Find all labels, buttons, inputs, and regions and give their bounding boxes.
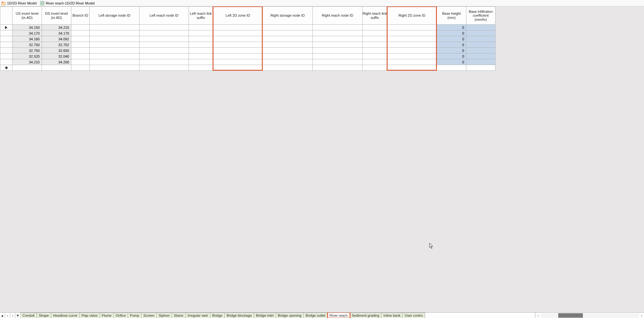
col-header[interactable]: Base infiltration coefficient (mm/hr) xyxy=(466,7,495,25)
cell[interactable]: 34.160 xyxy=(12,36,42,42)
cell[interactable]: 34.193 xyxy=(12,25,42,30)
cell[interactable] xyxy=(189,30,213,36)
tab-river-reach[interactable]: River reach xyxy=(328,313,350,318)
cell[interactable] xyxy=(213,42,263,48)
cell[interactable] xyxy=(387,30,437,36)
cell[interactable] xyxy=(12,65,42,71)
tab-bridge-blockage[interactable]: Bridge blockage xyxy=(225,313,254,318)
cell[interactable]: 32.762 xyxy=(42,42,71,48)
cell[interactable] xyxy=(140,65,189,71)
cell[interactable]: 34.200 xyxy=(42,59,71,65)
col-header[interactable]: Right 2D zone ID xyxy=(387,7,437,25)
cell[interactable] xyxy=(213,65,263,71)
cell[interactable] xyxy=(313,25,363,30)
cell[interactable] xyxy=(71,65,90,71)
cell[interactable]: 34.210 xyxy=(12,59,42,65)
table-row[interactable]: 32.75032.7620 xyxy=(0,42,495,48)
tab-conduit[interactable]: Conduit xyxy=(20,313,37,318)
cell[interactable] xyxy=(466,30,495,36)
cell[interactable]: 32.750 xyxy=(12,42,42,48)
cell[interactable] xyxy=(263,30,313,36)
scroll-track[interactable] xyxy=(541,313,639,318)
tab-pump[interactable]: Pump xyxy=(128,313,141,318)
cell[interactable] xyxy=(71,36,90,42)
cell[interactable] xyxy=(90,30,140,36)
cell[interactable]: 0 xyxy=(437,59,466,65)
cell[interactable] xyxy=(213,48,263,53)
cell[interactable] xyxy=(363,59,387,65)
cell[interactable] xyxy=(363,48,387,53)
cell[interactable] xyxy=(363,53,387,59)
cell[interactable] xyxy=(387,59,437,65)
cell[interactable] xyxy=(140,48,189,53)
table-row[interactable]: 34.17034.1700 xyxy=(0,30,495,36)
cell[interactable] xyxy=(363,30,387,36)
cell[interactable]: 32.520 xyxy=(12,53,42,59)
cell[interactable] xyxy=(466,42,495,48)
tab-headloss-curve[interactable]: Headloss curve xyxy=(51,313,80,318)
cell[interactable] xyxy=(363,42,387,48)
cell[interactable] xyxy=(189,25,213,30)
scroll-right-button[interactable]: › xyxy=(639,314,644,317)
row-header[interactable] xyxy=(0,25,12,30)
cell[interactable] xyxy=(263,59,313,65)
cell[interactable] xyxy=(140,25,189,30)
cell[interactable]: 34.092 xyxy=(42,36,71,42)
cell[interactable] xyxy=(363,25,387,30)
cell[interactable] xyxy=(263,25,313,30)
col-header[interactable]: Right reach node ID xyxy=(313,7,363,25)
cell[interactable] xyxy=(466,36,495,42)
cell[interactable] xyxy=(313,65,363,71)
cell[interactable] xyxy=(213,53,263,59)
cell[interactable]: 0 xyxy=(437,53,466,59)
cell[interactable] xyxy=(263,42,313,48)
cell[interactable]: 0 xyxy=(437,48,466,53)
table-row[interactable]: 32.75032.6500 xyxy=(0,48,495,53)
tab-bridge-opening[interactable]: Bridge opening xyxy=(276,313,304,318)
tab-shape[interactable]: Shape xyxy=(37,313,51,318)
cell[interactable] xyxy=(466,25,495,30)
cell[interactable] xyxy=(387,48,437,53)
cell[interactable] xyxy=(363,65,387,71)
tab-inline-bank[interactable]: Inline bank xyxy=(382,313,403,318)
cell[interactable] xyxy=(437,65,466,71)
cell[interactable] xyxy=(71,48,90,53)
table-row[interactable]: 32.52032.0400 xyxy=(0,53,495,59)
cell[interactable] xyxy=(42,65,71,71)
cell[interactable] xyxy=(313,36,363,42)
tab-nav-down[interactable]: ▼ xyxy=(15,313,20,318)
row-header-corner[interactable] xyxy=(0,7,12,25)
col-header[interactable]: Left reach link suffix xyxy=(189,7,213,25)
cell[interactable] xyxy=(466,65,495,71)
cell[interactable] xyxy=(71,42,90,48)
sheet-tabs[interactable]: ConduitShapeHeadloss curveFlap valveFlum… xyxy=(20,313,535,318)
cell[interactable]: 34.170 xyxy=(42,30,71,36)
cell[interactable] xyxy=(263,48,313,53)
cell[interactable] xyxy=(387,36,437,42)
row-header[interactable] xyxy=(0,42,12,48)
cell[interactable] xyxy=(213,59,263,65)
cell[interactable] xyxy=(140,53,189,59)
tab-nav-up[interactable]: ▲ xyxy=(0,313,5,318)
cell[interactable]: 0 xyxy=(437,36,466,42)
cell[interactable] xyxy=(189,65,213,71)
tab-flap-valve[interactable]: Flap valve xyxy=(80,313,100,318)
tab-bridge[interactable]: Bridge xyxy=(210,313,225,318)
cell[interactable] xyxy=(90,59,140,65)
cell[interactable] xyxy=(90,42,140,48)
cell[interactable] xyxy=(189,36,213,42)
col-header[interactable]: Branch ID xyxy=(71,7,90,25)
cell[interactable] xyxy=(71,30,90,36)
cell[interactable] xyxy=(263,65,313,71)
cell[interactable] xyxy=(213,36,263,42)
cell[interactable] xyxy=(71,59,90,65)
cell[interactable] xyxy=(466,48,495,53)
cell[interactable] xyxy=(189,48,213,53)
cell[interactable]: 32.040 xyxy=(42,53,71,59)
row-header[interactable] xyxy=(0,59,12,65)
cell[interactable]: 32.650 xyxy=(42,48,71,53)
table-row[interactable]: 34.19334.2100 xyxy=(0,25,495,30)
cell[interactable] xyxy=(90,25,140,30)
col-header[interactable]: US invert level (m AD) xyxy=(12,7,42,25)
row-header[interactable]: ✱ xyxy=(0,65,12,71)
